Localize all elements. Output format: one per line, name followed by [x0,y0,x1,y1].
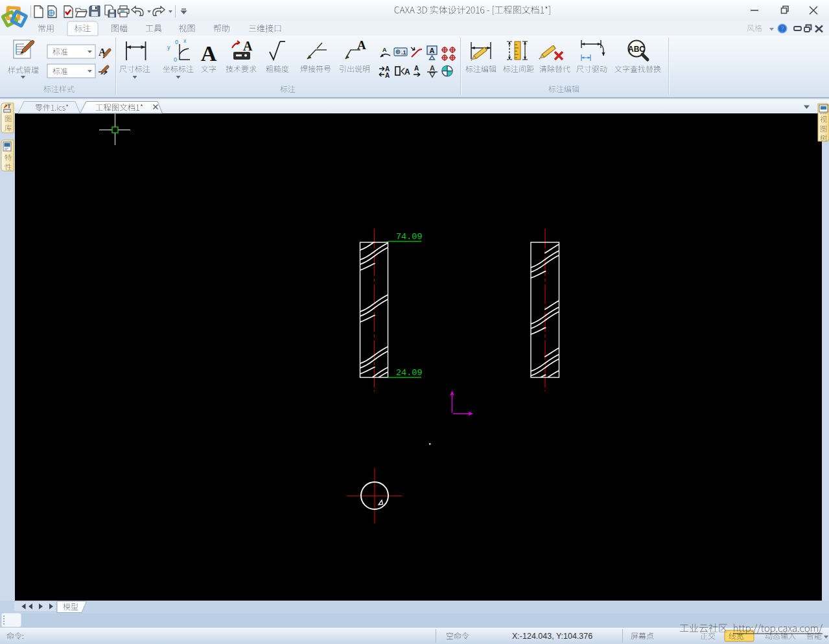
svg-text:A: A [414,65,419,72]
svg-text:A: A [357,38,366,52]
svg-text:A: A [243,39,253,53]
svg-text:A: A [385,72,390,79]
svg-text:x: x [183,38,187,44]
svg-text:y: y [167,44,170,51]
svg-text:24.09: 24.09 [396,368,423,378]
svg-text:A: A [201,41,217,65]
svg-text:.1: .1 [401,49,406,56]
svg-text:A: A [382,47,387,53]
svg-text:A: A [404,67,410,76]
svg-text:ABC: ABC [628,45,645,54]
svg-text:A: A [430,47,435,54]
svg-text:74.09: 74.09 [396,232,423,242]
svg-text:0: 0 [175,39,178,45]
svg-text:A: A [430,64,435,72]
svg-text:X:-124.043, Y:104.376: X:-124.043, Y:104.376 [512,632,592,641]
svg-text:0: 0 [174,56,177,63]
